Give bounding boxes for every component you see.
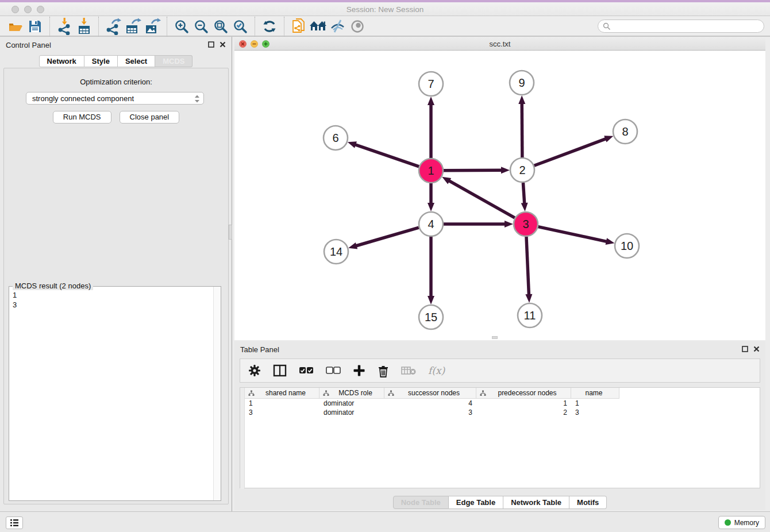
zoom-selected-button[interactable] (230, 17, 250, 36)
mcds-result-text[interactable]: 1 3 (9, 288, 213, 500)
graph-edge-2-3[interactable] (523, 183, 524, 205)
tab-network[interactable]: Network (39, 55, 84, 67)
first-neighbors-button[interactable] (309, 17, 328, 36)
refresh-view-button[interactable] (260, 17, 279, 36)
network-canvas[interactable]: 7968124314101511 (234, 51, 765, 340)
column-header-successor-nodes[interactable]: successor nodes (384, 388, 476, 399)
eye-icon (349, 18, 365, 34)
tab-node-table[interactable]: Node Table (393, 496, 449, 509)
tab-edge-table[interactable]: Edge Table (449, 496, 503, 509)
task-list-icon (10, 519, 19, 527)
memory-label: Memory (734, 519, 759, 527)
split-pane-divider[interactable] (229, 225, 232, 240)
graph-edge-3-11[interactable] (526, 237, 529, 296)
cell-successor-nodes[interactable]: 4 (384, 399, 476, 408)
graph-edge-3-1[interactable] (448, 180, 515, 218)
zoom-in-button[interactable] (172, 17, 191, 36)
table-panel-title: Table Panel (240, 345, 279, 354)
table-row[interactable]: 3 dominator 3 2 3 (245, 408, 760, 417)
table-row[interactable]: 1 dominator 4 1 1 (245, 399, 760, 408)
cell-predecessor-nodes[interactable]: 2 (476, 408, 571, 417)
toolbar-separator (255, 17, 255, 36)
float-panel-icon[interactable] (208, 41, 214, 48)
cell-mcds-role[interactable]: dominator (319, 408, 384, 417)
graph-edge-arrowhead (428, 296, 434, 304)
canvas-scroll-thumb[interactable] (492, 336, 498, 339)
zoom-out-button[interactable] (191, 17, 211, 36)
graph-edge-2-9[interactable] (522, 102, 522, 157)
search-field[interactable] (598, 20, 764, 33)
graph-node-label: 9 (518, 76, 525, 89)
add-column-icon plus-icon[interactable] (353, 364, 365, 377)
save-session-button[interactable] (25, 17, 45, 36)
column-header-name[interactable]: name (571, 388, 619, 399)
graph-node-label: 6 (332, 132, 338, 144)
graph-edge-arrowhead (348, 242, 357, 249)
criterion-dropdown[interactable]: strongly connected component (26, 92, 204, 105)
task-history-button[interactable] (6, 516, 23, 529)
cell-successor-nodes[interactable]: 3 (384, 408, 476, 417)
delete-column-icon trash-icon[interactable] (378, 364, 389, 377)
graph-edge-2-8[interactable] (534, 138, 607, 165)
tab-network-table[interactable]: Network Table (503, 496, 569, 509)
graph-node-label: 8 (622, 125, 628, 138)
import-table-button[interactable] (74, 17, 94, 36)
graph-edge-3-10[interactable] (538, 227, 608, 242)
search-input[interactable] (614, 22, 757, 30)
hide-selected-button[interactable] (328, 17, 348, 36)
export-image-button[interactable] (143, 17, 162, 36)
graph-node-label: 4 (428, 218, 434, 230)
control-panel-title: Control Panel (6, 41, 51, 49)
export-network-button[interactable] (103, 17, 123, 36)
clear-checkboxes-icon[interactable] (326, 367, 341, 375)
result-scrollbar[interactable] (213, 287, 221, 500)
optimization-criterion-label: Optimization criterion: (4, 78, 228, 86)
cell-predecessor-nodes[interactable]: 1 (476, 399, 571, 408)
control-panel-header: Control Panel (0, 37, 232, 53)
export-network-icon (105, 18, 122, 35)
close-table-panel-icon[interactable] (753, 346, 760, 352)
graph-edge-1-2[interactable] (444, 170, 503, 171)
column-header-shared-name[interactable]: shared name (245, 388, 319, 399)
table-settings-icon gear-icon[interactable] (248, 364, 261, 377)
tab-style[interactable]: Style (84, 55, 118, 67)
network-graph[interactable]: 7968124314101511 (234, 51, 765, 340)
graph-edge-arrowhead (428, 97, 434, 105)
export-table-button[interactable] (123, 17, 143, 36)
tab-select[interactable]: Select (118, 55, 155, 67)
column-header-mcds-role[interactable]: MCDS role (319, 388, 384, 399)
cell-name[interactable]: 3 (571, 408, 619, 417)
status-bar: Memory (0, 511, 770, 532)
close-panel-icon[interactable] (220, 41, 226, 48)
open-session-button[interactable] (6, 17, 25, 36)
delete-table-icon[interactable] (401, 365, 416, 376)
memory-button[interactable]: Memory (718, 516, 765, 529)
node-table[interactable]: shared name MCDS role successor nodes (240, 387, 760, 488)
select-all-checkboxes-icon[interactable] (299, 367, 314, 375)
cell-name[interactable]: 1 (571, 399, 619, 408)
graph-edge-4-14[interactable] (355, 228, 419, 246)
graph-node-label: 10 (621, 240, 633, 252)
graph-edge-1-6[interactable] (354, 144, 419, 167)
cell-shared-name[interactable]: 3 (245, 408, 319, 417)
mcds-result-box: MCDS result (2 nodes) 1 3 (9, 286, 221, 501)
run-mcds-button[interactable]: Run MCDS (53, 111, 111, 124)
cell-mcds-role[interactable]: dominator (319, 399, 384, 408)
close-panel-button[interactable]: Close panel (120, 111, 180, 124)
hide-eye-icon (330, 18, 346, 34)
network-file-button[interactable] (289, 17, 309, 36)
import-network-button[interactable] (55, 17, 74, 36)
refresh-icon (261, 18, 278, 34)
column-layout-icon[interactable] (273, 364, 287, 377)
show-all-button[interactable] (348, 17, 367, 36)
toolbar-separator (167, 17, 167, 36)
graph-edge-arrowhead (521, 203, 528, 211)
float-table-panel-icon[interactable] (742, 346, 748, 352)
function-builder-icon: f(x) (428, 365, 445, 376)
column-flag-icon (248, 390, 255, 396)
tab-mcds[interactable]: MCDS (155, 55, 192, 67)
tab-motifs[interactable]: Motifs (569, 496, 607, 509)
cell-shared-name[interactable]: 1 (245, 399, 319, 408)
zoom-fit-button[interactable] (211, 17, 230, 36)
column-header-predecessor-nodes[interactable]: predecessor nodes (476, 388, 571, 399)
